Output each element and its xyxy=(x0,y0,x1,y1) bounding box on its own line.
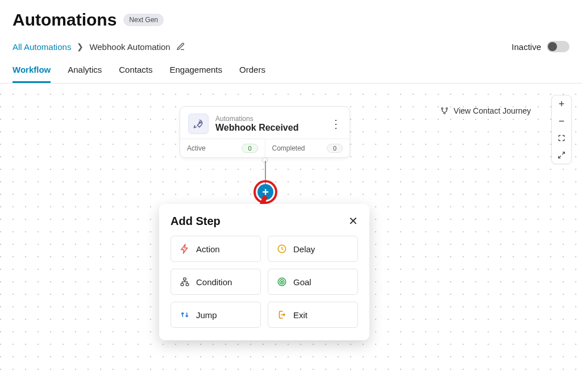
add-step-button[interactable]: + xyxy=(257,184,273,200)
view-contact-journey-link[interactable]: View Contact Journey xyxy=(454,106,531,115)
breadcrumb: All Automations ❯ Webhook Automation xyxy=(13,42,185,52)
clock-icon xyxy=(276,243,288,255)
breadcrumb-root-link[interactable]: All Automations xyxy=(13,42,71,52)
journey-icon xyxy=(440,106,449,115)
svg-point-1 xyxy=(446,108,448,110)
stat-completed-label: Completed xyxy=(272,144,305,152)
svg-point-3 xyxy=(199,122,200,123)
svg-rect-5 xyxy=(184,278,186,280)
node-supertitle: Automations xyxy=(215,115,330,123)
tab-analytics[interactable]: Analytics xyxy=(68,65,102,83)
node-title: Webhook Received xyxy=(215,123,330,133)
tab-workflow[interactable]: Workflow xyxy=(13,65,51,83)
bolt-icon xyxy=(179,243,190,255)
step-action-label: Action xyxy=(196,244,220,254)
target-icon xyxy=(276,276,288,287)
rocket-icon xyxy=(188,114,209,134)
zoom-panel: + − xyxy=(551,95,572,164)
step-delay-label: Delay xyxy=(293,244,315,254)
plus-icon: + xyxy=(262,186,269,198)
status-label: Inactive xyxy=(512,42,541,52)
workflow-canvas[interactable]: View Contact Journey + − Automations Web… xyxy=(0,84,582,379)
toggle-knob xyxy=(548,42,557,51)
fit-screen-button[interactable] xyxy=(552,130,571,147)
step-option-delay[interactable]: Delay xyxy=(268,236,358,262)
step-option-jump[interactable]: Jump xyxy=(171,302,261,328)
chevron-right-icon: ❯ xyxy=(77,42,84,51)
zoom-out-button[interactable]: − xyxy=(552,112,571,130)
edit-icon[interactable] xyxy=(176,42,185,51)
stat-active-label: Active xyxy=(187,144,206,152)
svg-rect-6 xyxy=(181,283,184,286)
exit-icon xyxy=(276,309,288,320)
tabs: Workflow Analytics Contacts Engagements … xyxy=(0,52,582,84)
tab-contacts[interactable]: Contacts xyxy=(119,65,152,83)
badge-nextgen: Next Gen xyxy=(123,14,164,26)
step-condition-label: Condition xyxy=(196,277,232,287)
step-exit-label: Exit xyxy=(293,310,307,320)
page-title: Automations xyxy=(13,10,117,30)
popover-title: Add Step xyxy=(171,215,221,228)
step-option-goal[interactable]: Goal xyxy=(268,269,358,295)
step-option-condition[interactable]: Condition xyxy=(171,269,261,295)
close-icon[interactable]: ✕ xyxy=(348,214,358,228)
condition-icon xyxy=(179,276,190,287)
svg-point-2 xyxy=(444,112,446,114)
jump-icon xyxy=(179,309,190,320)
add-step-popover: Add Step ✕ Action Delay Condition Goal xyxy=(159,204,369,340)
more-icon[interactable]: ⋮ xyxy=(330,118,342,130)
breadcrumb-current: Webhook Automation xyxy=(89,42,170,52)
svg-point-0 xyxy=(442,108,443,110)
tab-engagements[interactable]: Engagements xyxy=(169,65,222,83)
stat-active-value: 0 xyxy=(242,144,257,153)
step-goal-label: Goal xyxy=(293,277,311,287)
stat-completed-value: 0 xyxy=(327,144,343,153)
step-jump-label: Jump xyxy=(196,310,217,320)
step-option-action[interactable]: Action xyxy=(171,236,261,262)
expand-button[interactable] xyxy=(552,147,571,164)
tab-orders[interactable]: Orders xyxy=(239,65,265,83)
status-toggle[interactable] xyxy=(547,41,569,52)
svg-rect-7 xyxy=(186,283,189,286)
zoom-in-button[interactable]: + xyxy=(552,95,571,112)
trigger-node[interactable]: Automations Webhook Received ⋮ Active 0 … xyxy=(180,106,350,158)
annotation-highlight-ring: + xyxy=(253,180,277,204)
svg-point-10 xyxy=(281,281,282,282)
step-option-exit[interactable]: Exit xyxy=(268,302,358,328)
